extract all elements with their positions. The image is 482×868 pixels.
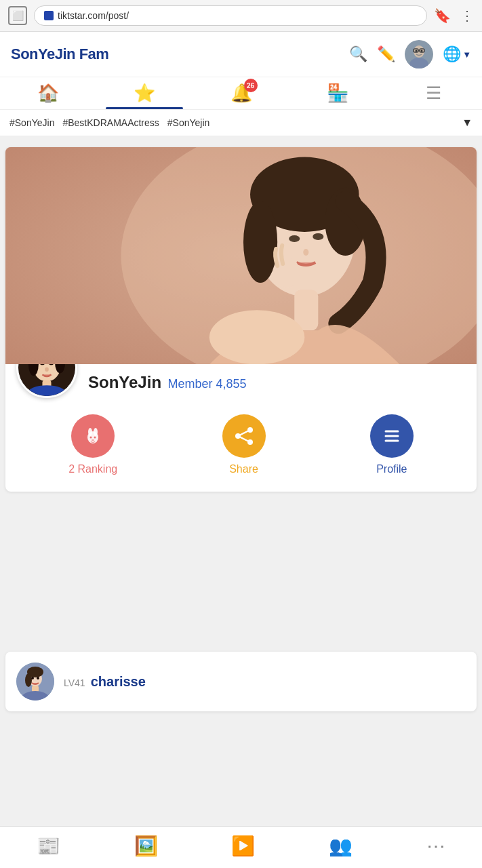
post-user-level: LV41	[64, 677, 85, 688]
bookmark-icon[interactable]: 🔖	[434, 7, 451, 24]
app-header: SonYeJin Fam 🔍 ✏️ 🌐 ▼	[0, 32, 482, 77]
post-avatar-svg	[16, 663, 54, 701]
globe-icon: 🌐	[443, 45, 461, 63]
hashtag-list: #SonYeJin #BestKDRAMAActress #SonYejin	[9, 117, 209, 128]
ranking-icon	[81, 425, 104, 448]
svg-point-14	[289, 235, 300, 242]
banner-image	[5, 147, 477, 364]
svg-point-35	[92, 439, 94, 441]
svg-point-3	[416, 50, 418, 52]
profile-icon	[380, 425, 403, 448]
ranking-label: 2 Ranking	[68, 463, 117, 475]
profile-label: Profile	[376, 463, 407, 475]
hashtag-1[interactable]: #SonYeJin	[9, 117, 54, 128]
globe-language-selector[interactable]: 🌐 ▼	[443, 45, 471, 63]
header-right: 🔍 ✏️ 🌐 ▼	[349, 40, 471, 68]
fan-name-block: SonYeJin Member 4,855	[88, 373, 247, 392]
hashtag-3[interactable]: #SonYejin	[167, 117, 210, 128]
hashtag-dropdown-icon[interactable]: ▼	[462, 117, 473, 129]
fan-actions: 2 Ranking Share	[16, 409, 466, 481]
bottom-photo-icon[interactable]: 🖼️	[134, 835, 158, 857]
tab-home[interactable]: 🏠	[0, 83, 96, 109]
fan-star-name: SonYeJin	[88, 373, 161, 391]
home-icon: 🏠	[37, 83, 59, 104]
fan-card: SonYeJin Member 4,855	[5, 147, 477, 492]
tab-favorites[interactable]: ⭐	[96, 83, 193, 109]
svg-point-1	[414, 45, 424, 58]
app-title: SonYeJin Fam	[11, 45, 108, 63]
bottom-feed-icon[interactable]: 📰	[37, 835, 60, 857]
bottom-people-icon[interactable]: 👥	[329, 835, 353, 857]
svg-point-49	[37, 677, 39, 679]
svg-line-40	[238, 436, 250, 442]
hashtag-2[interactable]: #BestKDRAMAActress	[62, 117, 159, 128]
user-avatar[interactable]	[405, 40, 433, 68]
avatar-image	[405, 40, 433, 68]
share-circle	[222, 414, 266, 458]
tab-shop[interactable]: 🏪	[289, 83, 386, 109]
browser-actions: 🔖 ⋮	[434, 7, 474, 24]
ranking-circle	[71, 414, 115, 458]
svg-line-39	[238, 430, 250, 436]
edit-icon[interactable]: ✏️	[377, 45, 395, 63]
svg-point-32	[94, 428, 98, 436]
share-icon	[233, 425, 256, 448]
notification-badge: 26	[244, 79, 258, 92]
post-user-info: LV41 charisse	[64, 674, 146, 690]
search-icon[interactable]: 🔍	[349, 45, 367, 63]
svg-point-31	[88, 428, 92, 436]
share-button[interactable]: Share	[222, 414, 266, 475]
svg-point-16	[303, 249, 308, 256]
svg-point-33	[90, 437, 92, 439]
svg-point-19	[275, 258, 300, 288]
post-username[interactable]: charisse	[91, 674, 146, 690]
svg-point-47	[25, 673, 32, 687]
menu-icon: ☰	[426, 83, 441, 104]
bottom-nav: 📰 🖼️ ▶️ 👥 ⋯	[0, 826, 482, 868]
svg-point-34	[94, 437, 96, 439]
url-bar[interactable]: tiktstar.com/post/	[34, 5, 427, 26]
shop-icon: 🏪	[327, 83, 348, 104]
bottom-video-icon[interactable]: ▶️	[231, 835, 255, 857]
bottom-more-icon[interactable]: ⋯	[426, 835, 445, 857]
post-card: LV41 charisse	[5, 652, 477, 711]
profile-circle	[370, 414, 414, 458]
post-user-avatar[interactable]	[16, 663, 54, 701]
svg-point-15	[313, 233, 323, 240]
star-icon: ⭐	[134, 83, 155, 104]
post-avatar-image	[16, 663, 54, 701]
svg-point-18	[209, 310, 304, 364]
url-text: tiktstar.com/post/	[58, 10, 129, 21]
svg-point-12	[243, 201, 277, 283]
tab-notifications[interactable]: 🔔 26	[193, 83, 289, 109]
svg-point-48	[31, 677, 34, 679]
fan-member-count: Member 4,855	[165, 377, 247, 391]
share-label: Share	[229, 463, 258, 475]
fan-card-banner	[5, 147, 477, 364]
svg-point-4	[421, 50, 423, 52]
nav-tabs: 🏠 ⭐ 🔔 26 🏪 ☰	[0, 77, 482, 110]
profile-button[interactable]: Profile	[370, 414, 414, 475]
ranking-button[interactable]: 2 Ranking	[68, 414, 117, 475]
tab-icon[interactable]: ⬜	[8, 6, 27, 25]
browser-bar: ⬜ tiktstar.com/post/ 🔖 ⋮	[0, 0, 482, 32]
gray-space	[0, 502, 482, 652]
svg-point-27	[45, 368, 49, 372]
tab-menu[interactable]: ☰	[386, 83, 482, 109]
hashtag-bar: #SonYeJin #BestKDRAMAActress #SonYejin ▼	[0, 110, 482, 136]
bell-wrapper: 🔔 26	[230, 83, 252, 104]
more-dots-icon[interactable]: ⋮	[460, 7, 474, 24]
dropdown-chevron-icon: ▼	[462, 50, 471, 60]
fan-card-info: SonYeJin Member 4,855	[5, 364, 477, 492]
url-favicon	[44, 11, 54, 20]
